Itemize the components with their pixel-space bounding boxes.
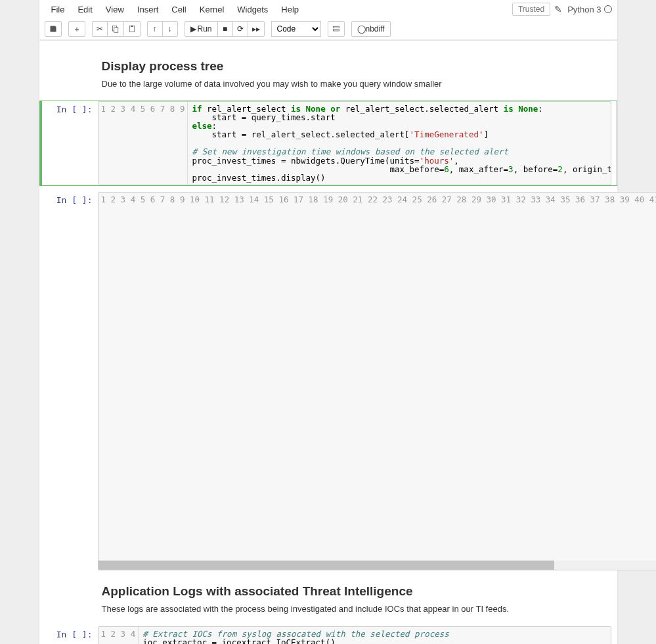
code-editor[interactable]: if rel_alert_select is None or rel_alert… [188, 102, 610, 185]
restart-button[interactable]: ⟳ [232, 21, 248, 37]
menu-edit[interactable]: Edit [71, 1, 98, 18]
paragraph: Due to the large volume of data involved… [102, 79, 617, 89]
code-cell-3[interactable]: In [ ]: 1 2 3 4 # Extract IOCs from sysl… [39, 624, 617, 644]
trusted-badge[interactable]: Trusted [512, 3, 550, 16]
interrupt-button[interactable]: ■ [217, 21, 233, 37]
command-palette-button[interactable] [328, 21, 345, 37]
input-prompt: In [ ]: [42, 626, 98, 644]
restart-run-all-button[interactable]: ▸▸ [248, 21, 265, 37]
svg-rect-3 [131, 26, 133, 27]
markdown-cell[interactable]: Display process tree Due to the large vo… [39, 50, 617, 97]
code-cell-2[interactable]: In [ ]: 1 2 3 4 5 6 7 8 9 10 11 12 13 14… [39, 190, 617, 572]
move-down-button[interactable]: ↓ [162, 21, 178, 37]
header: File Edit View Insert Cell Kernel Widget… [39, 0, 617, 41]
run-button[interactable]: ▶Run [185, 21, 218, 37]
paragraph: These logs are associated with the proce… [102, 604, 617, 614]
svg-rect-1 [114, 28, 118, 33]
menu-cell[interactable]: Cell [165, 1, 192, 18]
paste-button[interactable] [123, 21, 141, 37]
line-gutter: 1 2 3 4 5 6 7 8 9 [98, 102, 188, 185]
heading-display-process-tree: Display process tree [102, 59, 617, 74]
copy-button[interactable] [107, 21, 124, 37]
menu-view[interactable]: View [99, 1, 131, 18]
menu-insert[interactable]: Insert [131, 1, 165, 18]
run-label: Run [198, 24, 212, 34]
toolbar: ＋ ✂ ↑ ↓ ▶Run ■ ⟳ ▸▸ Code [39, 18, 617, 40]
input-prompt: In [ ]: [42, 101, 98, 185]
menu-file[interactable]: File [45, 1, 72, 18]
heading-app-logs-ti: Application Logs with associated Threat … [102, 584, 617, 599]
line-gutter: 1 2 3 4 [98, 627, 139, 644]
nbdiff-label: nbdiff [366, 24, 385, 34]
svg-rect-4 [333, 26, 339, 28]
line-gutter: 1 2 3 4 5 6 7 8 9 10 11 12 13 14 15 16 1… [98, 193, 657, 559]
input-prompt: In [ ]: [42, 192, 98, 570]
cut-button[interactable]: ✂ [92, 21, 108, 37]
pencil-icon[interactable]: ✎ [554, 4, 562, 14]
menubar: File Edit View Insert Cell Kernel Widget… [39, 0, 617, 18]
svg-rect-5 [333, 30, 339, 31]
move-up-button[interactable]: ↑ [147, 21, 163, 37]
code-editor[interactable]: # Extract IOCs from syslog assocated wit… [139, 627, 610, 644]
save-button[interactable] [45, 21, 62, 37]
code-cell-1[interactable]: In [ ]: 1 2 3 4 5 6 7 8 9 if rel_alert_s… [39, 99, 617, 187]
horizontal-scrollbar[interactable] [98, 561, 657, 570]
kernel-idle-icon [604, 5, 612, 13]
cell-type-select[interactable]: Code [271, 21, 321, 37]
add-cell-button[interactable]: ＋ [68, 21, 85, 37]
menu-kernel[interactable]: Kernel [193, 1, 231, 18]
menu-widgets[interactable]: Widgets [230, 1, 274, 18]
notebook-body: Display process tree Due to the large vo… [39, 41, 617, 644]
markdown-cell[interactable]: Application Logs with associated Threat … [39, 575, 617, 622]
nbdiff-button[interactable]: ◯ nbdiff [351, 21, 391, 37]
menu-help[interactable]: Help [274, 1, 305, 18]
kernel-name[interactable]: Python 3 [567, 5, 601, 14]
